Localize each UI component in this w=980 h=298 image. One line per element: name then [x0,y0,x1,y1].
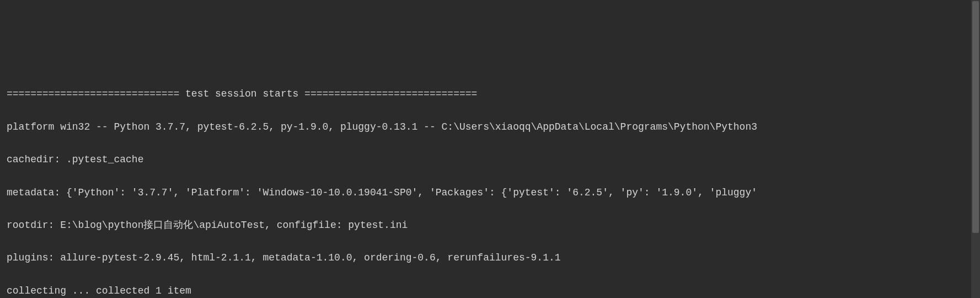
terminal-output: ============================= test sessi… [7,70,973,298]
cachedir-line: cachedir: .pytest_cache [7,152,973,168]
rootdir-line: rootdir: E:\blog\python接口自动化\apiAutoTest… [7,217,973,234]
plugins-line: plugins: allure-pytest-2.9.45, html-2.1.… [7,250,973,267]
collecting-line: collecting ... collected 1 item [7,283,973,298]
session-header: ============================= test sessi… [7,86,973,103]
scrollbar-thumb[interactable] [972,1,979,233]
metadata-line: metadata: {'Python': '3.7.7', 'Platform'… [7,185,973,201]
platform-line: platform win32 -- Python 3.7.7, pytest-6… [7,119,973,136]
scrollbar-track[interactable] [971,0,980,298]
